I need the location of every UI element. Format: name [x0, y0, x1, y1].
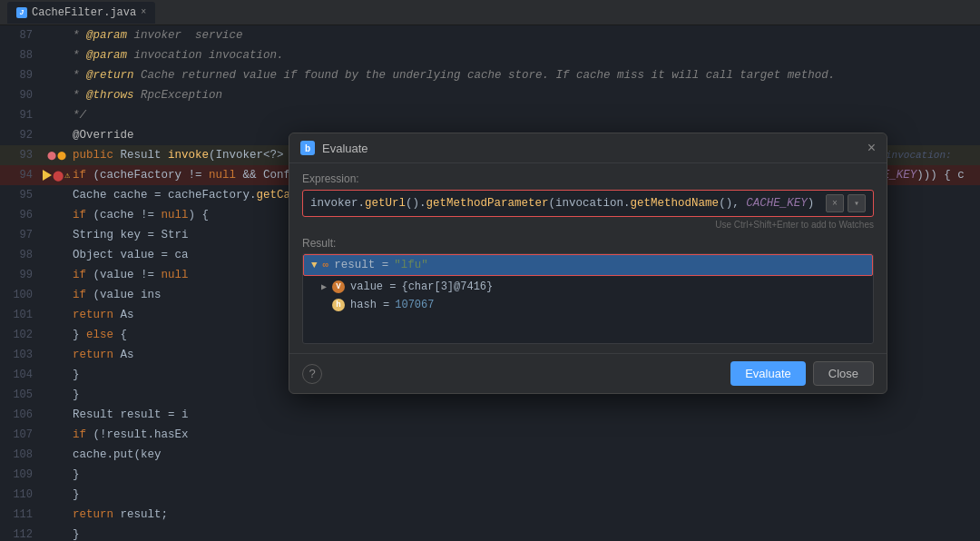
ctrl-hint: Use Ctrl+Shift+Enter to add to Watches — [302, 220, 874, 230]
field-value-icon: V — [332, 280, 345, 293]
result-oo-icon: ∞ — [323, 260, 329, 270]
title-bar: J CacheFilter.java × — [0, 0, 980, 25]
expression-input-box[interactable]: invoker.getUrl().getMethodParameter(invo… — [302, 190, 874, 217]
table-row: 109 } — [0, 465, 980, 485]
bookmark-icon: ⬤ — [57, 151, 66, 161]
hash-expand-icon: ▶ — [321, 300, 327, 310]
result-value: "lfu" — [394, 259, 428, 271]
tab-label: CacheFilter.java — [32, 6, 136, 19]
expression-action-icons: × ▾ — [826, 194, 866, 212]
table-row: 87 * @param invoker service — [0, 25, 980, 45]
result-var-name: result = — [334, 259, 388, 271]
result-hash-row[interactable]: ▶ h hash = 107067 — [303, 296, 873, 314]
table-row: 89 * @return Cache returned value if fou… — [0, 65, 980, 85]
help-button[interactable]: ? — [302, 364, 322, 384]
field-value-val: {char[3]@7416} — [401, 280, 493, 293]
expand-expression-btn[interactable]: ▾ — [848, 194, 866, 212]
table-row: 91 */ — [0, 105, 980, 125]
result-main-row[interactable]: ▼ ∞ result = "lfu" — [303, 254, 873, 276]
file-tab[interactable]: J CacheFilter.java × — [7, 2, 155, 24]
evaluate-button[interactable]: Evaluate — [730, 361, 806, 386]
table-row: 112 } — [0, 525, 980, 541]
dialog-action-buttons: Evaluate Close — [730, 361, 874, 386]
close-button[interactable]: Close — [813, 361, 874, 386]
table-row: 110 } — [0, 485, 980, 505]
clear-expression-btn[interactable]: × — [826, 194, 844, 212]
table-row: 88 * @param invocation invocation. — [0, 45, 980, 65]
result-sub-rows: ▶ V value = {char[3]@7416} ▶ h hash = 10… — [303, 276, 873, 316]
tab-close-btn[interactable]: × — [141, 7, 146, 17]
result-area: ▼ ∞ result = "lfu" ▶ V value = {char[3]@… — [302, 253, 874, 344]
table-row: 108 cache.put(key — [0, 445, 980, 465]
field-hash-icon: h — [332, 299, 345, 311]
dialog-footer: ? Evaluate Close — [289, 353, 887, 393]
dialog-body: Expression: invoker.getUrl().getMethodPa… — [289, 163, 887, 353]
result-expand-arrow: ▼ — [311, 260, 318, 270]
dialog-titlebar: b Evaluate × — [289, 133, 887, 163]
field-hash-name: hash = — [350, 299, 389, 311]
result-value-row[interactable]: ▶ V value = {char[3]@7416} — [303, 278, 873, 296]
dialog-close-button[interactable]: × — [867, 141, 876, 155]
code-editor: 87 * @param invoker service 88 * @param … — [0, 25, 980, 541]
table-row: 111 return result; — [0, 505, 980, 525]
table-row: 107 if (!result.hasEx — [0, 425, 980, 445]
dialog-title: Evaluate — [322, 142, 368, 155]
debug-arrow-icon — [43, 170, 52, 181]
field-hash-val: 107067 — [395, 299, 434, 311]
evaluate-dialog: b Evaluate × Expression: invoker.getUrl(… — [289, 133, 887, 394]
dialog-icon: b — [300, 141, 315, 155]
table-row: 106 Result result = i — [0, 405, 980, 425]
field-value-name: value = — [350, 280, 396, 293]
expand-arrow-icon: ▶ — [321, 281, 327, 292]
breakpoint-icon2: ⬤ — [53, 170, 64, 182]
breakpoint-icon: ⬤ — [47, 151, 56, 161]
table-row: 90 * @throws RpcException — [0, 85, 980, 105]
java-icon: J — [16, 7, 27, 18]
expression-label: Expression: — [302, 172, 874, 185]
expression-text: invoker.getUrl().getMethodParameter(invo… — [310, 197, 820, 210]
result-label: Result: — [302, 237, 874, 250]
warning-icon: ⚠ — [64, 170, 70, 181]
